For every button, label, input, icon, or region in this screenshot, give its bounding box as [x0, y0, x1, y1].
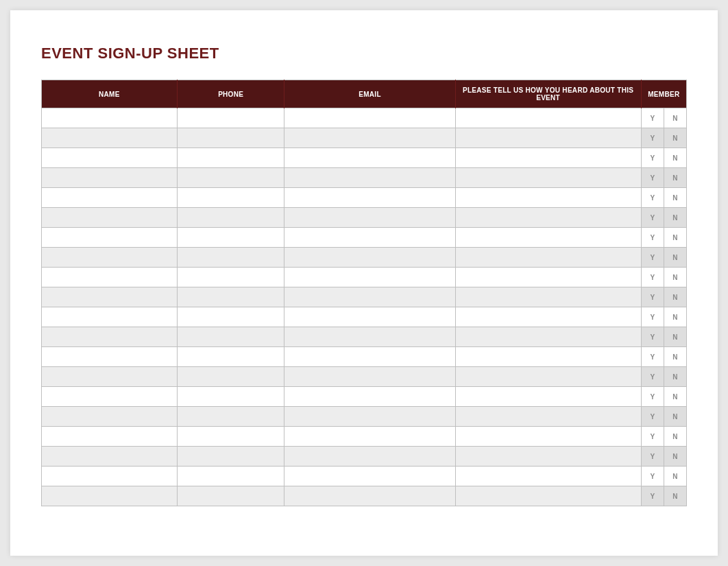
member-y-cell[interactable]: Y	[641, 347, 664, 367]
email-cell[interactable]	[284, 447, 455, 467]
member-n-cell[interactable]: N	[664, 268, 686, 287]
heard-cell[interactable]	[455, 307, 641, 327]
phone-cell[interactable]	[177, 228, 284, 248]
member-y-cell[interactable]: Y	[641, 407, 664, 427]
member-n-cell[interactable]: N	[664, 327, 686, 347]
phone-cell[interactable]	[177, 168, 284, 188]
phone-cell[interactable]	[177, 486, 284, 506]
email-cell[interactable]	[284, 486, 455, 506]
heard-cell[interactable]	[455, 208, 641, 228]
member-y-cell[interactable]: Y	[641, 208, 664, 228]
name-cell[interactable]	[42, 128, 178, 148]
phone-cell[interactable]	[177, 188, 284, 208]
phone-cell[interactable]	[177, 248, 284, 268]
heard-cell[interactable]	[455, 407, 641, 427]
email-cell[interactable]	[284, 148, 455, 168]
phone-cell[interactable]	[177, 208, 284, 228]
email-cell[interactable]	[284, 367, 455, 387]
email-cell[interactable]	[284, 268, 455, 287]
email-cell[interactable]	[284, 188, 455, 208]
email-cell[interactable]	[284, 407, 455, 427]
member-y-cell[interactable]: Y	[641, 447, 664, 467]
email-cell[interactable]	[284, 387, 455, 407]
name-cell[interactable]	[42, 248, 178, 268]
email-cell[interactable]	[284, 327, 455, 347]
heard-cell[interactable]	[455, 248, 641, 268]
member-n-cell[interactable]: N	[664, 307, 686, 327]
email-cell[interactable]	[284, 427, 455, 447]
member-y-cell[interactable]: Y	[641, 128, 664, 148]
member-n-cell[interactable]: N	[664, 188, 686, 208]
email-cell[interactable]	[284, 208, 455, 228]
member-y-cell[interactable]: Y	[641, 268, 664, 287]
name-cell[interactable]	[42, 327, 178, 347]
member-y-cell[interactable]: Y	[641, 387, 664, 407]
phone-cell[interactable]	[177, 407, 284, 427]
member-n-cell[interactable]: N	[664, 248, 686, 268]
member-n-cell[interactable]: N	[664, 467, 686, 486]
heard-cell[interactable]	[455, 128, 641, 148]
member-y-cell[interactable]: Y	[641, 486, 664, 506]
name-cell[interactable]	[42, 427, 178, 447]
name-cell[interactable]	[42, 407, 178, 427]
name-cell[interactable]	[42, 486, 178, 506]
name-cell[interactable]	[42, 188, 178, 208]
name-cell[interactable]	[42, 347, 178, 367]
member-n-cell[interactable]: N	[664, 347, 686, 367]
phone-cell[interactable]	[177, 367, 284, 387]
name-cell[interactable]	[42, 287, 178, 307]
member-n-cell[interactable]: N	[664, 208, 686, 228]
heard-cell[interactable]	[455, 327, 641, 347]
member-n-cell[interactable]: N	[664, 168, 686, 188]
name-cell[interactable]	[42, 367, 178, 387]
heard-cell[interactable]	[455, 168, 641, 188]
member-n-cell[interactable]: N	[664, 407, 686, 427]
heard-cell[interactable]	[455, 486, 641, 506]
email-cell[interactable]	[284, 228, 455, 248]
phone-cell[interactable]	[177, 447, 284, 467]
member-n-cell[interactable]: N	[664, 387, 686, 407]
member-y-cell[interactable]: Y	[641, 228, 664, 248]
member-n-cell[interactable]: N	[664, 228, 686, 248]
name-cell[interactable]	[42, 168, 178, 188]
phone-cell[interactable]	[177, 387, 284, 407]
member-n-cell[interactable]: N	[664, 287, 686, 307]
member-y-cell[interactable]: Y	[641, 108, 664, 128]
name-cell[interactable]	[42, 467, 178, 486]
member-y-cell[interactable]: Y	[641, 427, 664, 447]
phone-cell[interactable]	[177, 427, 284, 447]
name-cell[interactable]	[42, 307, 178, 327]
phone-cell[interactable]	[177, 128, 284, 148]
heard-cell[interactable]	[455, 367, 641, 387]
member-y-cell[interactable]: Y	[641, 188, 664, 208]
email-cell[interactable]	[284, 347, 455, 367]
phone-cell[interactable]	[177, 307, 284, 327]
member-y-cell[interactable]: Y	[641, 327, 664, 347]
heard-cell[interactable]	[455, 467, 641, 486]
name-cell[interactable]	[42, 108, 178, 128]
phone-cell[interactable]	[177, 287, 284, 307]
name-cell[interactable]	[42, 148, 178, 168]
heard-cell[interactable]	[455, 228, 641, 248]
heard-cell[interactable]	[455, 268, 641, 287]
phone-cell[interactable]	[177, 467, 284, 486]
member-n-cell[interactable]: N	[664, 128, 686, 148]
name-cell[interactable]	[42, 268, 178, 287]
member-y-cell[interactable]: Y	[641, 168, 664, 188]
phone-cell[interactable]	[177, 268, 284, 287]
heard-cell[interactable]	[455, 188, 641, 208]
heard-cell[interactable]	[455, 447, 641, 467]
member-y-cell[interactable]: Y	[641, 148, 664, 168]
email-cell[interactable]	[284, 307, 455, 327]
member-y-cell[interactable]: Y	[641, 307, 664, 327]
member-y-cell[interactable]: Y	[641, 287, 664, 307]
member-n-cell[interactable]: N	[664, 367, 686, 387]
member-y-cell[interactable]: Y	[641, 248, 664, 268]
heard-cell[interactable]	[455, 427, 641, 447]
name-cell[interactable]	[42, 208, 178, 228]
member-n-cell[interactable]: N	[664, 486, 686, 506]
heard-cell[interactable]	[455, 108, 641, 128]
phone-cell[interactable]	[177, 327, 284, 347]
member-n-cell[interactable]: N	[664, 148, 686, 168]
email-cell[interactable]	[284, 287, 455, 307]
